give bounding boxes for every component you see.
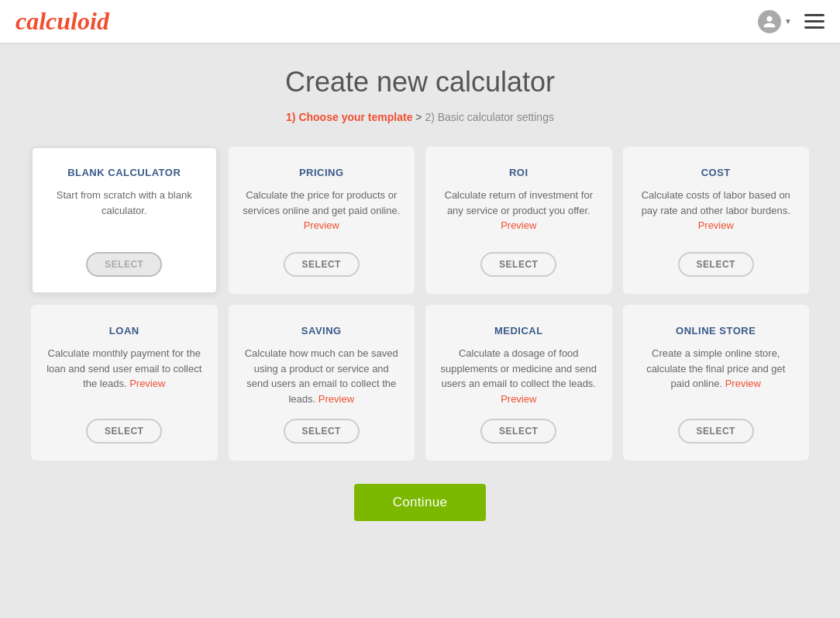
main-content: Create new calculator 1) Choose your tem… [0, 43, 840, 575]
template-title-cost: COST [701, 167, 731, 178]
select-button-roi[interactable]: SELECT [480, 252, 556, 277]
template-desc-medical: Calculate a dosage of food supplements o… [439, 346, 598, 406]
hamburger-menu[interactable] [804, 14, 825, 29]
template-desc-roi: Calculate return of investment for any s… [439, 188, 598, 240]
template-title-pricing: PRICING [299, 167, 344, 178]
template-title-online-store: ONLINE STORE [676, 325, 756, 337]
template-card-saving[interactable]: SAVING Calculate how much can be saved u… [229, 305, 415, 461]
select-button-blank[interactable]: SELECT [86, 252, 162, 277]
template-title-medical: MEDICAL [494, 325, 543, 337]
header-right: ▼ [758, 10, 825, 33]
preview-link-online-store[interactable]: Preview [725, 378, 761, 389]
template-desc-loan: Calculate monthly payment for the loan a… [45, 346, 204, 406]
preview-link-pricing[interactable]: Preview [304, 219, 339, 231]
select-button-cost[interactable]: SELECT [678, 252, 754, 277]
user-menu-chevron: ▼ [784, 17, 792, 26]
breadcrumb-step1: 1) Choose your template [286, 111, 412, 123]
select-button-saving[interactable]: SELECT [284, 419, 360, 444]
template-title-saving: SAVING [301, 325, 342, 337]
preview-link-roi[interactable]: Preview [501, 219, 536, 231]
template-card-loan[interactable]: LOAN Calculate monthly payment for the l… [31, 305, 218, 461]
template-card-blank[interactable]: BLANK CALCULATOR Start from scratch with… [31, 147, 218, 294]
template-card-roi[interactable]: ROI Calculate return of investment for a… [425, 147, 612, 294]
template-desc-saving: Calculate how much can be saved using a … [243, 346, 401, 406]
template-card-medical[interactable]: MEDICAL Calculate a dosage of food suppl… [425, 305, 612, 461]
select-button-loan[interactable]: SELECT [86, 419, 162, 444]
template-desc-cost: Calculate costs of labor based on pay ra… [637, 188, 796, 240]
continue-button[interactable]: Continue [354, 484, 486, 521]
select-button-pricing[interactable]: SELECT [284, 252, 360, 277]
breadcrumb-step2: 2) Basic calculator settings [425, 111, 554, 123]
templates-row-1: BLANK CALCULATOR Start from scratch with… [31, 147, 809, 294]
template-card-cost[interactable]: COST Calculate costs of labor based on p… [623, 147, 810, 294]
continue-section: Continue [31, 484, 809, 544]
template-card-online-store[interactable]: ONLINE STORE Create a simple online stor… [623, 305, 810, 461]
user-menu[interactable]: ▼ [758, 10, 792, 33]
breadcrumb: 1) Choose your template > 2) Basic calcu… [31, 111, 809, 123]
preview-link-saving[interactable]: Preview [318, 393, 354, 405]
template-desc-blank: Start from scratch with a blank calculat… [45, 188, 204, 240]
template-title-loan: LOAN [109, 325, 139, 337]
template-card-pricing[interactable]: PRICING Calculate the price for products… [229, 147, 415, 294]
template-title-blank: BLANK CALCULATOR [67, 167, 181, 178]
header: calculoid ▼ [0, 0, 840, 43]
breadcrumb-separator: > [415, 111, 425, 123]
templates-row-2: LOAN Calculate monthly payment for the l… [31, 305, 809, 461]
select-button-online-store[interactable]: SELECT [678, 419, 754, 444]
template-desc-pricing: Calculate the price for products or serv… [243, 188, 401, 240]
hamburger-line-2 [804, 20, 825, 22]
hamburger-line-1 [804, 14, 825, 16]
preview-link-cost[interactable]: Preview [698, 219, 734, 231]
preview-link-medical[interactable]: Preview [501, 393, 536, 405]
user-avatar [758, 10, 781, 33]
preview-link-loan[interactable]: Preview [129, 378, 165, 389]
hamburger-line-3 [804, 26, 825, 29]
logo: calculoid [15, 7, 109, 36]
select-button-medical[interactable]: SELECT [480, 419, 556, 444]
page-title: Create new calculator [31, 66, 809, 98]
template-desc-online-store: Create a simple online store, calculate … [637, 346, 796, 406]
template-title-roi: ROI [509, 167, 528, 178]
